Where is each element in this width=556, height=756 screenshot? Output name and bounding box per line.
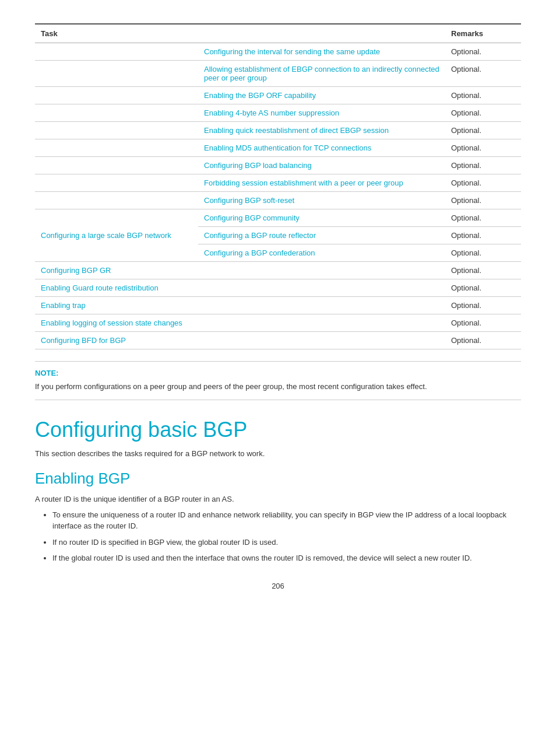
table-row: Enabling 4-byte AS number suppression Op… (35, 104, 521, 122)
subtask-cell[interactable]: Enabling quick reestablishment of direct… (198, 122, 445, 139)
task-cell[interactable]: Configuring BFD for BGP (35, 332, 445, 349)
remarks-cell: Optional. (445, 104, 521, 122)
remarks-cell: Optional. (445, 139, 521, 157)
task-cell (35, 61, 198, 87)
list-item: To ensure the uniqueness of a router ID … (52, 509, 521, 532)
table-row: Enabling Guard route redistribution Opti… (35, 279, 521, 297)
task-cell (35, 192, 198, 209)
task-cell[interactable]: Configuring a large scale BGP network (35, 209, 198, 262)
remarks-cell: Optional. (445, 332, 521, 349)
table-row: Allowing establishment of EBGP connectio… (35, 61, 521, 87)
note-box: NOTE: If you perform configurations on a… (35, 361, 521, 400)
subtask-cell[interactable]: Configuring BGP load balancing (198, 157, 445, 174)
remarks-cell: Optional. (445, 192, 521, 209)
subtask-cell[interactable]: Enabling MD5 authentication for TCP conn… (198, 139, 445, 157)
table-row: Configuring a large scale BGP network Co… (35, 209, 521, 227)
remarks-cell: Optional. (445, 61, 521, 87)
table-row: Configuring the interval for sending the… (35, 43, 521, 61)
table-header-task: Task (35, 24, 198, 43)
subtask-cell[interactable]: Forbidding session establishment with a … (198, 174, 445, 192)
remarks-cell: Optional. (445, 174, 521, 192)
remarks-cell: Optional. (445, 227, 521, 244)
table-row: Configuring BGP load balancing Optional. (35, 157, 521, 174)
remarks-cell: Optional. (445, 43, 521, 61)
table-row: Configuring BGP soft-reset Optional. (35, 192, 521, 209)
remarks-cell: Optional. (445, 122, 521, 139)
list-item: If no router ID is specified in BGP view… (52, 537, 521, 548)
task-cell (35, 139, 198, 157)
task-cell (35, 104, 198, 122)
remarks-cell: Optional. (445, 209, 521, 227)
section-description: This section describes the tasks require… (35, 449, 521, 458)
table-row: Enabling MD5 authentication for TCP conn… (35, 139, 521, 157)
remarks-cell: Optional. (445, 297, 521, 314)
table-row: Forbidding session establishment with a … (35, 174, 521, 192)
remarks-cell: Optional. (445, 157, 521, 174)
subtask-cell[interactable]: Allowing establishment of EBGP connectio… (198, 61, 445, 87)
note-text: If you perform configurations on a peer … (35, 381, 521, 393)
subtask-cell[interactable]: Configuring a BGP confederation (198, 244, 445, 262)
task-cell[interactable]: Enabling trap (35, 297, 445, 314)
remarks-cell: Optional. (445, 87, 521, 104)
table-header-subtask (198, 24, 445, 43)
subtask-cell[interactable]: Enabling 4-byte AS number suppression (198, 104, 445, 122)
table-row: Configuring BFD for BGP Optional. (35, 332, 521, 349)
section-heading: Configuring basic BGP (35, 418, 521, 442)
remarks-cell: Optional. (445, 262, 521, 279)
subtask-cell[interactable]: Configuring the interval for sending the… (198, 43, 445, 61)
subsection-description: A router ID is the unique identifier of … (35, 495, 521, 503)
task-cell[interactable]: Enabling logging of session state change… (35, 314, 445, 332)
table-row: Enabling quick reestablishment of direct… (35, 122, 521, 139)
remarks-cell: Optional. (445, 244, 521, 262)
remarks-cell: Optional. (445, 314, 521, 332)
main-table: Task Remarks Configuring the interval fo… (35, 23, 521, 349)
task-cell (35, 87, 198, 104)
page-number: 206 (35, 582, 521, 590)
table-row: Configuring BGP GR Optional. (35, 262, 521, 279)
remarks-cell: Optional. (445, 279, 521, 297)
subtask-cell[interactable]: Configuring BGP soft-reset (198, 192, 445, 209)
task-cell[interactable]: Configuring BGP GR (35, 262, 445, 279)
bullet-list: To ensure the uniqueness of a router ID … (35, 509, 521, 564)
task-cell (35, 174, 198, 192)
list-item: If the global router ID is used and then… (52, 552, 521, 564)
subtask-cell[interactable]: Configuring BGP community (198, 209, 445, 227)
task-cell[interactable]: Enabling Guard route redistribution (35, 279, 445, 297)
task-cell (35, 43, 198, 61)
note-label: NOTE: (35, 369, 521, 377)
task-cell (35, 157, 198, 174)
subsection-heading: Enabling BGP (35, 470, 521, 488)
subtask-cell[interactable]: Enabling the BGP ORF capability (198, 87, 445, 104)
table-row: Enabling trap Optional. (35, 297, 521, 314)
table-row: Enabling logging of session state change… (35, 314, 521, 332)
table-row: Enabling the BGP ORF capability Optional… (35, 87, 521, 104)
task-cell (35, 122, 198, 139)
subtask-cell[interactable]: Configuring a BGP route reflector (198, 227, 445, 244)
table-header-remarks: Remarks (445, 24, 521, 43)
